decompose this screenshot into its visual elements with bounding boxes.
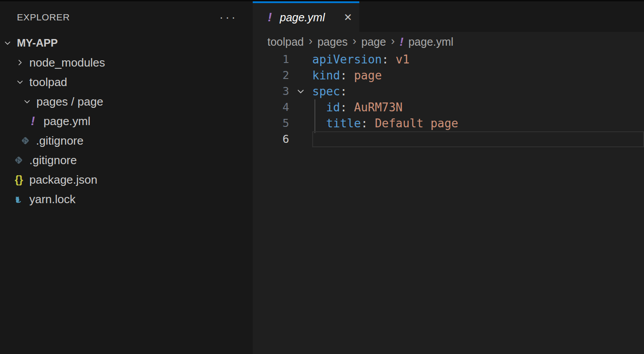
yaml-value: page bbox=[347, 69, 382, 82]
tab-page-yml[interactable]: ! page.yml ✕ bbox=[253, 1, 359, 32]
tree-item-label: toolpad bbox=[29, 75, 67, 89]
explorer-title: EXPLORER bbox=[17, 12, 70, 23]
yaml-warning-icon: ! bbox=[400, 36, 404, 47]
tree-root-my-app[interactable]: MY-APP bbox=[0, 33, 253, 53]
yaml-colon: : bbox=[340, 85, 347, 98]
breadcrumb-item-file[interactable]: page.yml bbox=[408, 35, 453, 48]
more-actions-icon[interactable]: ··· bbox=[219, 12, 238, 23]
tree-item-label: yarn.lock bbox=[29, 193, 76, 206]
git-icon bbox=[13, 155, 24, 165]
explorer-sidebar: EXPLORER ··· MY-APP node_modules toolpad… bbox=[0, 1, 253, 354]
tree-item-package-json[interactable]: { } package.json bbox=[0, 170, 253, 189]
breadcrumb: toolpad › pages › page › ! page.yml bbox=[253, 32, 644, 51]
yaml-colon: : bbox=[382, 53, 389, 66]
yaml-colon: : bbox=[340, 101, 347, 114]
close-icon[interactable]: ✕ bbox=[344, 12, 352, 23]
tree-item-toolpad[interactable]: toolpad bbox=[0, 72, 253, 92]
current-line-highlight bbox=[312, 131, 644, 147]
chevron-right-icon: › bbox=[391, 35, 395, 47]
line-number: 4 bbox=[253, 99, 289, 115]
tree-item-gitignore-toolpad[interactable]: .gitignore bbox=[0, 131, 253, 150]
tree-item-yarn-lock[interactable]: yarn.lock bbox=[0, 189, 253, 209]
chevron-down-icon bbox=[16, 78, 24, 86]
breadcrumb-item-page[interactable]: page bbox=[362, 35, 386, 48]
tree-item-page-yml[interactable]: ! page.yml bbox=[0, 111, 253, 131]
tree-item-label: pages / page bbox=[36, 95, 103, 109]
fold-gutter bbox=[289, 67, 312, 83]
tree-item-label: page.yml bbox=[44, 114, 91, 128]
fold-gutter bbox=[289, 99, 312, 115]
fold-chevron-down-icon[interactable] bbox=[289, 83, 312, 99]
yaml-key: id bbox=[326, 101, 340, 114]
yaml-key: kind bbox=[312, 69, 340, 82]
breadcrumb-item-pages[interactable]: pages bbox=[318, 35, 348, 48]
line-number: 5 bbox=[253, 115, 289, 131]
editor-group: ! page.yml ✕ toolpad › pages › page › ! … bbox=[253, 1, 644, 354]
tab-bar: ! page.yml ✕ bbox=[253, 1, 644, 32]
yaml-value: v1 bbox=[389, 53, 409, 66]
yaml-key: apiVersion bbox=[312, 53, 382, 66]
code-line-3[interactable]: 3 spec: bbox=[253, 83, 644, 99]
fold-gutter bbox=[289, 115, 312, 131]
yaml-key: title bbox=[326, 117, 361, 130]
line-number: 3 bbox=[253, 83, 289, 99]
code-line-2[interactable]: 2 kind: page bbox=[253, 67, 644, 83]
explorer-header: EXPLORER ··· bbox=[0, 1, 253, 33]
yaml-value: Default page bbox=[368, 117, 458, 130]
chevron-right-icon: › bbox=[353, 35, 357, 47]
code-line-4[interactable]: 4 id: AuRM73N bbox=[253, 99, 644, 115]
line-number: 1 bbox=[253, 51, 289, 67]
git-icon bbox=[20, 136, 31, 146]
yaml-value: AuRM73N bbox=[347, 101, 402, 114]
tree-item-pages-page[interactable]: pages / page bbox=[0, 92, 253, 111]
code-line-1[interactable]: 1 apiVersion: v1 bbox=[253, 51, 644, 67]
tree-item-node-modules[interactable]: node_modules bbox=[0, 53, 253, 72]
chevron-right-icon bbox=[16, 59, 24, 67]
tab-label: page.yml bbox=[280, 11, 325, 24]
chevron-down-icon bbox=[4, 39, 12, 47]
breadcrumb-item-toolpad[interactable]: toolpad bbox=[267, 35, 304, 48]
tree-item-gitignore-root[interactable]: .gitignore bbox=[0, 150, 253, 170]
line-number: 2 bbox=[253, 67, 289, 83]
tree-item-label: .gitignore bbox=[36, 134, 83, 148]
json-braces-icon: { } bbox=[13, 173, 24, 186]
code-line-5[interactable]: 5 title: Default page bbox=[253, 115, 644, 131]
line-number-active: 6 bbox=[253, 131, 289, 147]
fold-gutter bbox=[289, 131, 312, 147]
chevron-right-icon: › bbox=[309, 35, 313, 47]
tree-item-label: package.json bbox=[29, 173, 97, 187]
tree-item-label: node_modules bbox=[29, 56, 105, 70]
fold-gutter bbox=[289, 51, 312, 67]
yaml-warning-icon: ! bbox=[268, 12, 272, 24]
yaml-key: spec bbox=[312, 85, 340, 98]
yaml-colon: : bbox=[361, 117, 368, 130]
tree-root-label: MY-APP bbox=[17, 37, 58, 49]
tree-item-label: .gitignore bbox=[29, 153, 77, 167]
window-top-edge bbox=[0, 0, 644, 1]
code-editor[interactable]: 1 apiVersion: v1 2 kind: page 3 spec: 4 … bbox=[253, 51, 644, 147]
yaml-warning-icon: ! bbox=[28, 115, 38, 127]
tab-bar-empty-space bbox=[359, 1, 644, 32]
yaml-colon: : bbox=[340, 69, 347, 82]
chevron-down-icon bbox=[23, 98, 31, 106]
code-line-6-current[interactable]: 6 bbox=[253, 131, 644, 147]
yarn-cat-icon bbox=[13, 194, 24, 204]
